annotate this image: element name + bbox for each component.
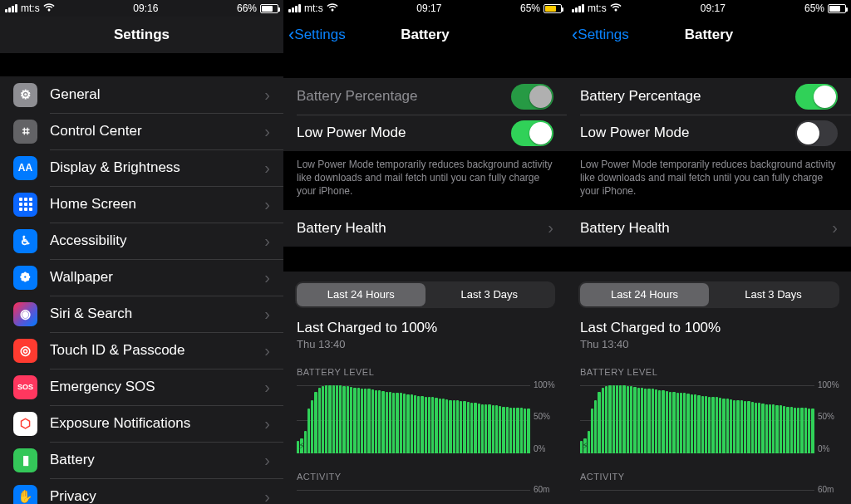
section-activity: ACTIVITY <box>283 460 567 485</box>
settings-row-person[interactable]: ♿︎Accessibility› <box>0 223 283 259</box>
battery-level-chart: ⚡︎100%50%0% <box>567 380 851 460</box>
battery-percentage-toggle[interactable] <box>795 84 838 110</box>
last-charged-title: Last Charged to 100% <box>297 320 553 336</box>
activity-chart: 60m30m <box>567 485 851 504</box>
status-bar: mt:s09:1765% <box>283 0 567 17</box>
low-power-footer: Low Power Mode temporarily reduces backg… <box>283 151 567 210</box>
switches-icon: ⌗ <box>13 120 37 144</box>
siri-icon: ◉ <box>13 302 37 326</box>
axis-100: 100% <box>818 380 846 389</box>
settings-row-grid[interactable]: Home Screen› <box>0 186 283 223</box>
carrier-label: mt:s <box>304 2 323 14</box>
battery-toggles-group: Battery PercentageLow Power Mode <box>567 78 851 151</box>
gear-icon: ⚙︎ <box>13 83 37 107</box>
battery-icon <box>544 4 562 13</box>
battery-percentage-label: Battery Percentage <box>297 88 511 105</box>
cellular-signal-icon <box>5 4 17 12</box>
settings-row-finger[interactable]: ◎Touch ID & Passcode› <box>0 332 283 369</box>
time-range-segmented[interactable]: Last 24 HoursLast 3 Days <box>295 281 555 308</box>
settings-row-expo[interactable]: ⬡Exposure Notifications› <box>0 405 283 442</box>
settings-row-battery[interactable]: ▮Battery› <box>0 442 283 478</box>
battery-screen-lowpower-on: mt:s09:1765%‹SettingsBatteryBattery Perc… <box>283 0 567 504</box>
axis-60m: 60m <box>818 485 846 494</box>
battery-percentage-toggle[interactable] <box>511 84 553 110</box>
battery-health-row[interactable]: Battery Health› <box>283 210 567 247</box>
settings-row-label: Exposure Notifications <box>50 415 264 432</box>
settings-row-label: Display & Brightness <box>50 159 264 176</box>
axis-60m: 60m <box>534 485 562 494</box>
hand-icon: ✋ <box>13 485 37 505</box>
seg-1[interactable]: Last 3 Days <box>426 283 554 306</box>
settings-row-label: Home Screen <box>50 196 264 213</box>
back-label: Settings <box>294 27 345 43</box>
chevron-right-icon: › <box>264 451 270 470</box>
chevron-right-icon: › <box>264 305 270 324</box>
battery-icon <box>828 4 846 13</box>
settings-row-hand[interactable]: ✋Privacy› <box>0 478 283 504</box>
battery-percentage-label: Battery Percentage <box>580 88 795 105</box>
chevron-right-icon: › <box>548 218 553 237</box>
carrier-label: mt:s <box>21 2 40 14</box>
settings-row-label: Wallpaper <box>50 269 264 286</box>
battery-percent: 65% <box>520 2 540 14</box>
status-bar: mt:s09:1765% <box>567 0 851 17</box>
battery-percentage-row: Battery Percentage <box>567 78 851 115</box>
low-power-mode-row: Low Power Mode <box>567 115 851 151</box>
battery-percent: 66% <box>237 2 257 14</box>
clock: 09:17 <box>416 2 441 14</box>
battery-toggles-group: Battery PercentageLow Power Mode <box>283 78 567 151</box>
wifi-icon <box>43 2 55 14</box>
settings-row-label: Privacy <box>50 488 264 504</box>
settings-row-sos[interactable]: SOSEmergency SOS› <box>0 369 283 405</box>
settings-row-label: Accessibility <box>50 232 264 249</box>
seg-0[interactable]: Last 24 Hours <box>580 283 709 306</box>
settings-row-gear[interactable]: ⚙︎General› <box>0 76 283 113</box>
settings-row-flower[interactable]: ❁Wallpaper› <box>0 259 283 296</box>
back-label: Settings <box>578 27 628 43</box>
settings-row-label: Emergency SOS <box>50 379 264 395</box>
clock: 09:16 <box>133 2 158 14</box>
battery-percent: 65% <box>804 2 824 14</box>
settings-row-siri[interactable]: ◉Siri & Search› <box>0 296 283 332</box>
battery-percentage-row: Battery Percentage <box>283 78 567 115</box>
axis-0: 0% <box>818 444 846 453</box>
charging-icon: ⚡︎ <box>298 440 305 452</box>
chevron-right-icon: › <box>264 86 270 105</box>
last-charged-sub: Thu 13:40 <box>580 338 838 350</box>
back-button[interactable]: ‹Settings <box>288 17 346 53</box>
battery-level-chart: ⚡︎100%50%0% <box>283 380 567 460</box>
time-range-segmented[interactable]: Last 24 HoursLast 3 Days <box>578 281 839 308</box>
cellular-signal-icon <box>288 4 301 12</box>
battery-health-label: Battery Health <box>580 220 832 237</box>
battery-health-row[interactable]: Battery Health› <box>567 210 851 247</box>
last-charged-sub: Thu 13:40 <box>297 338 553 350</box>
axis-0: 0% <box>534 444 562 453</box>
settings-row-switches[interactable]: ⌗Control Center› <box>0 113 283 149</box>
finger-icon: ◎ <box>13 339 37 363</box>
chevron-left-icon: ‹ <box>288 26 294 44</box>
last-charged-title: Last Charged to 100% <box>580 320 838 336</box>
settings-row-aa[interactable]: AADisplay & Brightness› <box>0 149 283 186</box>
low-power-mode-toggle[interactable] <box>795 120 838 146</box>
section-battery-level: BATTERY LEVEL <box>283 355 567 380</box>
seg-0[interactable]: Last 24 Hours <box>297 283 426 306</box>
low-power-mode-toggle[interactable] <box>511 120 553 146</box>
nav-header: ‹SettingsBattery <box>283 17 567 53</box>
chevron-left-icon: ‹ <box>572 26 578 44</box>
page-title: Settings <box>114 27 170 43</box>
expo-icon: ⬡ <box>13 412 37 436</box>
last-charged-block: Last Charged to 100%Thu 13:40 <box>567 308 851 355</box>
back-button[interactable]: ‹Settings <box>572 17 629 53</box>
page-title: Battery <box>685 27 734 43</box>
chevron-right-icon: › <box>264 159 270 178</box>
sos-icon: SOS <box>13 375 37 399</box>
seg-1[interactable]: Last 3 Days <box>709 283 838 306</box>
low-power-footer: Low Power Mode temporarily reduces backg… <box>567 151 851 210</box>
low-power-mode-row: Low Power Mode <box>283 115 567 151</box>
cellular-signal-icon <box>572 4 584 12</box>
chevron-right-icon: › <box>264 232 270 251</box>
chevron-right-icon: › <box>264 414 270 433</box>
settings-row-label: Siri & Search <box>50 306 264 322</box>
settings-root-screen: mt:s 09:16 66% Settings ⚙︎General›⌗Contr… <box>0 0 283 504</box>
chevron-right-icon: › <box>264 487 270 505</box>
